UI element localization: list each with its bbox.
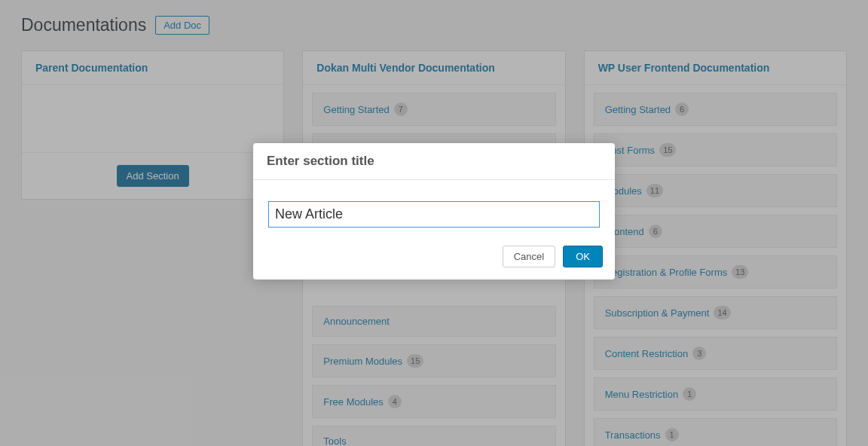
section-title-input[interactable] — [268, 201, 600, 228]
modal-footer: Cancel OK — [253, 246, 615, 280]
cancel-button[interactable]: Cancel — [503, 246, 555, 267]
modal-title: Enter section title — [267, 154, 601, 169]
modal-body — [253, 180, 615, 246]
ok-button[interactable]: OK — [563, 246, 603, 267]
section-title-modal: Enter section title Cancel OK — [253, 143, 615, 280]
modal-header: Enter section title — [253, 143, 615, 180]
